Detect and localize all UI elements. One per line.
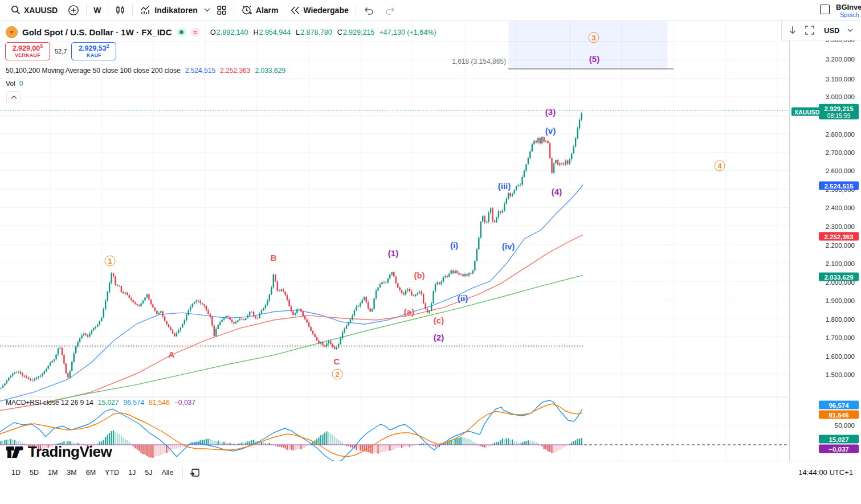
sell-label: VERKAUF: [15, 53, 40, 59]
price-axis[interactable]: 3.300,0003.200,0003.100,0003.000,0002.80…: [789, 21, 861, 481]
price-tick: 2.800,000: [826, 131, 855, 138]
macd-value: 81,546: [149, 399, 170, 407]
candlestick-icon: [115, 5, 125, 16]
range-button-1d[interactable]: 1D: [7, 466, 25, 479]
toolbar-separator: [234, 4, 234, 17]
scroll-to-recent-button[interactable]: [785, 23, 800, 38]
toolbar-separator: [86, 4, 87, 17]
wave-label-i: (i): [450, 240, 458, 250]
range-button-6m[interactable]: 6M: [81, 466, 100, 479]
delayed-data-icon[interactable]: ≈: [191, 28, 201, 36]
range-button-alle[interactable]: Alle: [157, 466, 178, 479]
redo-button[interactable]: [380, 2, 401, 18]
market-status-icon[interactable]: [177, 28, 186, 36]
watermark-text: TradingView: [28, 443, 112, 461]
buy-label: KAUF: [87, 53, 101, 59]
price-tick: 2.700,000: [826, 149, 855, 156]
range-button-5d[interactable]: 5D: [25, 466, 43, 479]
collapse-legend-button[interactable]: [6, 91, 21, 103]
ohlc-pair: C2.929,215: [337, 28, 375, 36]
ma-value: 2.033,629: [255, 67, 285, 75]
symbol-search-button[interactable]: XAUUSD: [6, 2, 63, 18]
range-button-5j[interactable]: 5J: [140, 466, 157, 479]
indicators-templates-chevron[interactable]: [203, 2, 211, 18]
search-icon: [11, 5, 21, 15]
symbol-title[interactable]: Gold Spot / U.S. Dollar · 1W · FX_IDC: [22, 27, 172, 37]
layout-grid-button[interactable]: [211, 2, 232, 18]
price-tick: 2.400,000: [826, 204, 855, 211]
sell-button[interactable]: 2.929,005 VERKAUF: [5, 42, 50, 60]
sell-price: 2.929,00: [13, 44, 40, 52]
range-button-1j[interactable]: 1J: [124, 466, 140, 479]
undo-icon: [363, 6, 374, 15]
price-tick: 1.500,000: [826, 371, 855, 378]
undo-button[interactable]: [358, 2, 380, 18]
wave-label-3: (3): [545, 107, 556, 117]
indicators-button[interactable]: Indikatoren: [134, 2, 202, 18]
range-button-ytd[interactable]: YTD: [100, 466, 124, 479]
fib-extension-label: 1,618 (3.154,865): [452, 58, 506, 65]
wave-label-1: (1): [388, 248, 398, 258]
buy-button[interactable]: 2.929,532 KAUF: [71, 42, 116, 60]
broker-save-widget[interactable]: BGInve Speich: [818, 3, 861, 20]
go-to-date-button[interactable]: [187, 465, 202, 480]
fullscreen-button[interactable]: [802, 23, 817, 38]
trade-buttons: 2.929,005 VERKAUF 52,7 2.929,532 KAUF: [5, 42, 116, 60]
symbol-search-label: XAUUSD: [24, 6, 58, 15]
grid-icon: [217, 5, 227, 15]
interval-button[interactable]: W: [88, 2, 106, 18]
volume-value: 0: [19, 80, 23, 88]
wave-label-A: A: [169, 350, 175, 359]
price-tick: 1.900,000: [826, 297, 855, 304]
timezone-clock[interactable]: 14:44:00 UTC+1: [798, 468, 854, 477]
price-tick: 3.200,000: [826, 56, 855, 63]
range-button-3m[interactable]: 3M: [62, 466, 81, 479]
price-badge: 2.929,21508:15:59: [819, 104, 859, 120]
toolbar-separator: [182, 467, 183, 478]
alarm-clock-icon: [241, 5, 252, 16]
price-badge-value: 2.033,629: [819, 273, 859, 280]
price-badge-value: 2.524,515: [819, 182, 859, 189]
volume-legend[interactable]: Vol 0: [6, 80, 23, 88]
plus-circle-icon: [68, 5, 79, 16]
broker-save-link[interactable]: Speich: [840, 11, 859, 18]
wave-label-c: (c): [434, 315, 444, 325]
price-line-symbol-tag: XAUUSD: [791, 108, 822, 116]
price-tick: 2.600,000: [826, 167, 855, 174]
chart-area[interactable]: ≡ Gold Spot / U.S. Dollar · 1W · FX_IDC …: [0, 21, 861, 504]
broker-checkbox-icon[interactable]: [820, 5, 830, 14]
alert-button[interactable]: Alarm: [236, 2, 284, 18]
chevron-down-icon: [847, 28, 853, 32]
macd-value: 96,574: [123, 399, 144, 407]
wave-label-iii: (iii): [498, 181, 511, 191]
toolbar-separator: [132, 4, 133, 17]
replay-button[interactable]: Wiedergabe: [284, 2, 354, 18]
toolbar-separator: [356, 4, 356, 17]
currency-value: USD: [824, 26, 839, 35]
ohlc-key: L: [296, 28, 300, 36]
price-tick: 2.100,000: [826, 260, 855, 267]
macd-legend-values: 15,02796,57481,546−0,037: [98, 399, 195, 407]
ma-value: 2.252,363: [220, 67, 250, 75]
ma-legend[interactable]: 50,100,200 Moving Average 50 close 100 c…: [6, 67, 285, 75]
indicator-badge: 81,546: [819, 411, 859, 419]
expand-icon: [805, 26, 814, 35]
currency-dropdown[interactable]: USD: [824, 26, 853, 35]
wave-label-4: (4): [552, 187, 562, 196]
redo-icon: [385, 6, 396, 15]
buy-price-sup: 2: [107, 43, 109, 49]
ohlc-values: O2.882,140H2.954,944L2.878,780C2.929,215: [210, 28, 374, 36]
arrow-down-icon: [789, 26, 797, 35]
chart-style-button[interactable]: [110, 2, 130, 18]
ohlc-pair: O2.882,140: [210, 28, 248, 36]
ma-value: 2.524,515: [185, 67, 215, 75]
macd-legend[interactable]: MACD+RSI close 12 26 9 14 15,02796,57481…: [6, 399, 195, 407]
range-button-1m[interactable]: 1M: [43, 466, 62, 479]
spread-value: 52,7: [50, 48, 71, 55]
price-tick: 2.200,000: [826, 242, 855, 249]
wave-label-2: (2): [434, 333, 444, 342]
macd-legend-label: MACD+RSI close 12 26 9 14: [6, 399, 93, 407]
macd-value: 15,027: [98, 399, 119, 407]
tradingview-watermark: TradingView: [6, 443, 112, 461]
compare-add-button[interactable]: [63, 2, 84, 18]
